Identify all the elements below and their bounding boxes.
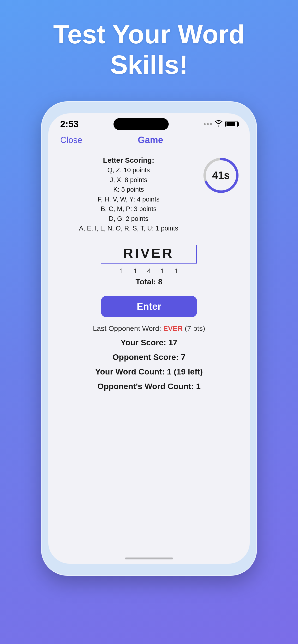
letter-scores-row: 1 1 4 1 1	[120, 267, 178, 275]
nav-title: Game	[138, 135, 163, 145]
last-opponent-word: Last Opponent Word: EVER (7 pts)	[93, 324, 205, 332]
hero-title: Test Your Word Skills!	[0, 19, 298, 80]
main-content: Letter Scoring: Q, Z: 10 points J, X: 8 …	[48, 149, 250, 564]
scoring-row-6: A, E, I, L, N, O, R, S, T, U: 1 points	[58, 224, 199, 233]
phone-frame: 2:53	[41, 101, 257, 576]
battery-icon	[225, 121, 238, 127]
last-opponent-pts: (7 pts)	[183, 324, 205, 332]
last-opponent-word-value: EVER	[163, 324, 183, 332]
enter-button[interactable]: Enter	[101, 296, 197, 317]
scoring-timer-row: Letter Scoring: Q, Z: 10 points J, X: 8 …	[58, 156, 240, 233]
scoring-row-5: D, G: 2 points	[58, 214, 199, 224]
status-icons	[204, 120, 238, 128]
signal-icon	[204, 123, 212, 125]
scoring-row-3: F, H, V, W, Y: 4 points	[58, 194, 199, 204]
last-opponent-prefix: Last Opponent Word:	[93, 324, 163, 332]
opponent-score: Opponent Score: 7	[112, 352, 186, 362]
scoring-row-4: B, C, M, P: 3 points	[58, 204, 199, 214]
status-bar: 2:53	[48, 113, 250, 132]
wifi-icon	[215, 120, 222, 128]
your-word-count: Your Word Count: 1 (19 left)	[95, 367, 203, 376]
dynamic-island	[113, 118, 169, 130]
close-button[interactable]: Close	[60, 135, 82, 145]
letter-score-4: 1	[174, 267, 178, 275]
scoring-row-2: K: 5 points	[58, 185, 199, 194]
home-indicator	[125, 558, 173, 560]
timer-text: 41s	[212, 170, 230, 181]
nav-bar: Close Game	[48, 132, 250, 149]
letter-scoring-title: Letter Scoring:	[58, 156, 199, 164]
letter-score-3: 1	[161, 267, 165, 275]
letter-score-2: 4	[147, 267, 151, 275]
phone-screen: 2:53	[48, 113, 250, 564]
letter-score-1: 1	[133, 267, 137, 275]
word-display[interactable]: RIVER	[101, 245, 197, 264]
letter-scoring-panel: Letter Scoring: Q, Z: 10 points J, X: 8 …	[58, 156, 202, 233]
letter-score-0: 1	[120, 267, 124, 275]
opponent-word-count: Opponent's Word Count: 1	[97, 382, 201, 391]
your-score: Your Score: 17	[120, 338, 177, 347]
scoring-row-1: J, X: 8 points	[58, 175, 199, 185]
status-time: 2:53	[60, 119, 78, 130]
scoring-row-0: Q, Z: 10 points	[58, 165, 199, 175]
game-info: Last Opponent Word: EVER (7 pts) Your Sc…	[58, 324, 240, 391]
word-input-section: RIVER 1 1 4 1 1 Total: 8	[58, 245, 240, 286]
total-score: Total: 8	[135, 278, 162, 286]
timer: 41s	[202, 156, 240, 194]
